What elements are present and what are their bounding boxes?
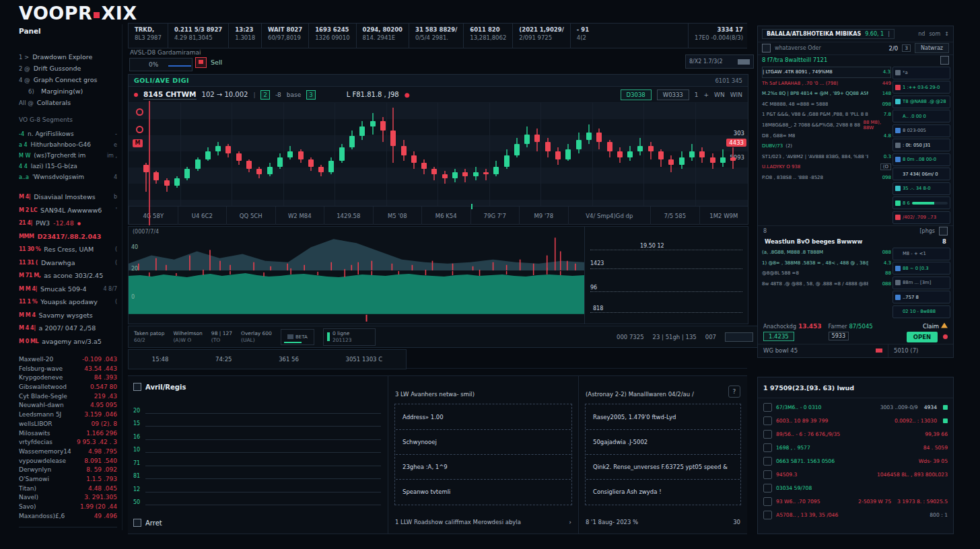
quick-action-box[interactable]: ..757 8 [893,291,950,303]
badge-3[interactable]: 3 [306,90,315,100]
ticker-cell[interactable]: 31 583 8829/0/5/4 2981. [409,24,463,48]
order-settings-button[interactable]: Natwraz [915,43,949,53]
position-row[interactable]: | LTGAW .4TR 8091 , 749%M84.3 [762,67,891,79]
panel-c-row[interactable]: Qink2. Rense_unverses F.63725 ypt05 spee… [586,455,740,480]
trade-row[interactable]: 89/56.. - 6 : 76 676,/9/3599,39 66 [763,427,948,441]
sidebar-market-item[interactable]: 11 30 %Res Cress, UAM( [19,243,117,256]
sidebar-segment-item[interactable]: 4 4lazi) I15-G-b(za [19,161,117,172]
watchlist-row[interactable]: wellsLIBOR09 (2). 8 [19,420,117,430]
ticker-cell-right[interactable]: 3334 1717E0 -0.004(8/3) [688,24,747,48]
watchlist-row[interactable]: Neuwahl-dawn4.95 095 [19,402,117,411]
position-row-box[interactable]: (O [880,163,891,170]
sidebar-market-item[interactable]: M M 4Savamy wysgets [19,309,117,322]
trade-row[interactable]: 6003.. 10 89 39 7990.0092.. : 13030 [763,414,948,427]
sidebar-market-item[interactable]: 11 31 (Dwarwhga( [19,256,117,270]
header-link-2[interactable]: som [929,31,940,37]
trade-row[interactable]: 03034 59/708 [763,481,948,495]
panel-b-footer[interactable]: 1 LLW Roadshow califfmax Merowdesi abyla… [395,519,571,525]
ticker-cell[interactable]: WAIT 802760/97,8019 [261,24,308,48]
position-row[interactable]: (a, .8G88, M888 .8 T888M088 [762,248,891,258]
quick-action-box[interactable]: A.. .0 00 0 [893,110,950,122]
quick-action-box[interactable]: 37 434( 06m/ 0 [893,168,950,180]
chevron-right-icon[interactable]: › [569,519,571,525]
watchlist-row[interactable]: Savo)1.99 (20 .44 [19,503,117,513]
position-row[interactable]: 18M8G&88_, 2 7088 &&P%G8, 2V88 8 888W88 … [762,120,891,131]
position-row[interactable]: 1) @8= , 388M8 .5838 = , 48< , 488 @ , 3… [762,258,891,268]
footer-input-box[interactable] [725,332,753,342]
quick-action-box[interactable]: 35 .-. 34 8-0 [893,182,950,195]
search-box[interactable]: 8/X2 1.7/3(2 [685,54,754,69]
header-link-1[interactable]: nd [918,31,925,37]
cancel-dot-icon[interactable] [943,334,948,339]
timeframe-tab[interactable]: 361 56 [275,354,303,365]
panel-b-row[interactable]: 23ghea :A, 1^9 [396,455,571,480]
quick-action-box[interactable]: 02 10 - 8w888 [893,305,950,318]
sidebar-nav-item[interactable]: 2 @Drift Gussonde [19,63,117,74]
ligne-toggle[interactable]: 0 ligne201123 [323,328,376,346]
watchlist-row[interactable]: Maxwell-20-0.109 .043 [19,356,117,365]
volume-area-chart[interactable]: (0007/7/4 40200 [129,227,585,324]
amount-box[interactable]: 5933 [829,332,849,340]
watchlist-row[interactable]: Derwynlyn8. 59 .092 [19,466,117,476]
trade-row[interactable]: 1698 , . 957784 . 5059 [763,441,948,454]
watchlist-row[interactable]: Titan)4.48 .045 [19,485,117,495]
trade-row[interactable]: A5708.. , 13 39, 35 /046800 : 1 [763,508,948,521]
position-row[interactable]: D8 , G88= M84.8 [762,131,891,141]
position-row[interactable]: U.LADYKY O 938(O [762,162,891,173]
position-row[interactable]: 1 P&T &&&, V88 & ,G88 P&M ,P88, 8 'PLL 8… [762,110,891,120]
layout-icon[interactable] [940,56,949,65]
search-box-button[interactable] [738,59,750,65]
watchlist-row[interactable]: Wassememory144.98 .795 [19,448,117,458]
quick-action-box[interactable]: 8 023-005 [893,124,950,137]
quick-action-box[interactable]: 8 0m ..08 00-0 [893,153,950,166]
trade-row[interactable]: 0663 5871. 1563 0506Wds- 39 05 [763,454,948,468]
position-row[interactable]: 4C M8888, 48 =888 = 5888098 [762,99,891,110]
quick-action-box[interactable]: 8 6 [893,196,950,209]
sidebar-segment-item[interactable]: a..a'Wwnsdvolgswim4 [19,172,117,182]
wn-label[interactable]: WN [714,92,725,98]
sidebar-market-item[interactable]: M 4 4|a 2007/ 047 2,/58 [19,322,117,335]
quick-action-box[interactable]: 88 ~ 0 [0.3 [893,262,950,274]
mini-button-1[interactable]: 1 [695,92,699,98]
quick-action-box[interactable]: 88m ... [3m] [893,277,950,289]
watchlist-row[interactable]: Maxandoss)£,649 .496 [19,513,117,522]
trade-row[interactable]: 67/3M6.. - 0 03103003 ..009-0/94934 [763,400,948,414]
chart-symbol[interactable]: 8145 CHTWM [143,90,197,100]
chart-button-secondary[interactable]: W0333 [657,89,689,100]
watchlist-row[interactable]: Milosawits1.166 296 [19,430,117,439]
sidebar-market-item[interactable]: MMMD23417/.88.2.043 [19,230,117,244]
alert-dot-icon[interactable]: ● [405,92,410,98]
ticker-cell[interactable]: 0294, 80200814. 2941E [356,24,409,48]
candlestick-plot[interactable]: M 303 4433 5093 [129,103,748,207]
mini-button-plus[interactable]: + [704,92,709,98]
panel-c-row[interactable]: Consigliera Ash zwyda ! [586,480,740,504]
sidebar-market-item[interactable]: 21 4|PW3-12.48● [19,217,117,230]
quick-action-box[interactable]: M8 - + <1 [893,248,950,260]
sidebar-market-item[interactable]: M M 4|Smucak 509-44 8/7 [19,283,117,296]
ticker-cell[interactable]: - 914(2 [570,24,595,48]
sidebar-nav-item[interactable]: All @Collaterals [19,97,117,108]
pair-selector[interactable]: BALALA/ATL8HOTEIKA MIBIKAS 9.60, 1 | [762,29,895,39]
timeframe-tab[interactable]: 3051 1303 C [342,354,387,365]
watchlist-row[interactable]: Krypgodeneve84 .393 [19,374,117,383]
position-row[interactable]: 8w 48T8 .@ @88 , 58, @ .888 =8 / 4888 @8… [762,279,891,289]
sidebar-market-item[interactable]: M 71 M,as acone 303/2.45 [19,269,117,283]
watchlist-row[interactable]: Navel)3. 291.305 [19,494,117,503]
watchlist-row[interactable]: Leedsmann 5J3.159 .046 [19,411,117,420]
sidebar-segment-item[interactable]: -4n. AgriFislikows- [19,129,117,139]
panel-c-row[interactable]: 50gajadwia .J-5002 [586,430,740,455]
sort-icon[interactable]: ↕ [944,31,949,37]
timeframe-tab[interactable]: 15:48 [148,354,173,365]
ticker-cell[interactable]: TRKD,8L3 2987 [128,24,168,48]
printer-icon[interactable] [939,227,948,235]
ticker-cell[interactable]: 13:231.3018 [228,24,261,48]
position-row[interactable]: ST1/023 , 'AV8M2 | 'AV888 838G, 884, %88… [762,151,891,162]
ticker-cell[interactable]: 0.211 5/3 89274.29 81,3045 [168,24,228,48]
watchlist-row[interactable]: Gibswalletwood0.547 80 [19,383,117,393]
ticker-cell[interactable]: 6011 82013,281,8062 [463,24,512,48]
sidebar-segment-item[interactable]: a 4Hithurbahnboo-G46e [19,139,117,150]
position-row[interactable]: M.2%s 8Q | 8P8 4814 = @M , '89+ QQ88 A5M… [762,89,891,100]
beta-toggle[interactable]: BETA [281,329,314,345]
win-label[interactable]: WIN [730,92,742,98]
quick-action-box[interactable]: *a [893,67,950,79]
